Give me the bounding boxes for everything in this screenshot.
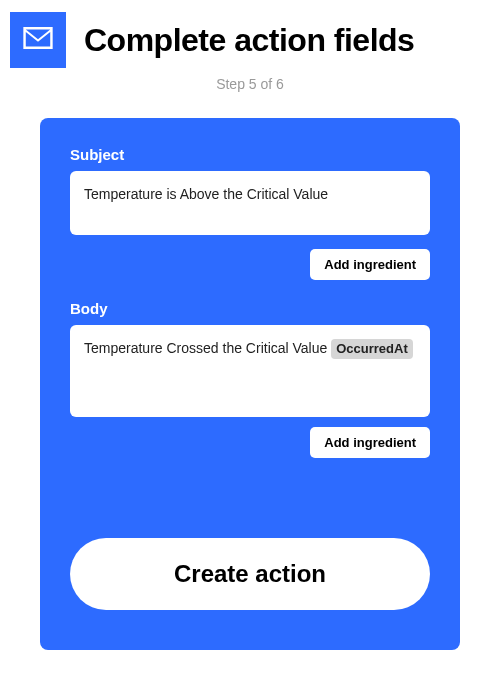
create-action-button[interactable]: Create action xyxy=(70,538,430,610)
form-spacer xyxy=(70,478,430,538)
subject-label: Subject xyxy=(70,146,430,163)
action-form-card: Subject Add ingredient Body Temperature … xyxy=(40,118,460,650)
envelope-icon xyxy=(23,27,53,53)
subject-input[interactable] xyxy=(70,171,430,235)
body-add-ingredient-button[interactable]: Add ingredient xyxy=(310,427,430,458)
page-header: Complete action fields xyxy=(10,12,490,68)
body-text: Temperature Crossed the Critical Value xyxy=(84,340,331,356)
subject-add-ingredient-button[interactable]: Add ingredient xyxy=(310,249,430,280)
body-input[interactable]: Temperature Crossed the Critical Value O… xyxy=(70,325,430,417)
step-indicator: Step 5 of 6 xyxy=(10,76,490,92)
ingredient-pill-occurredat[interactable]: OccurredAt xyxy=(331,339,413,359)
page-title: Complete action fields xyxy=(84,22,414,59)
email-service-badge xyxy=(10,12,66,68)
body-label: Body xyxy=(70,300,430,317)
